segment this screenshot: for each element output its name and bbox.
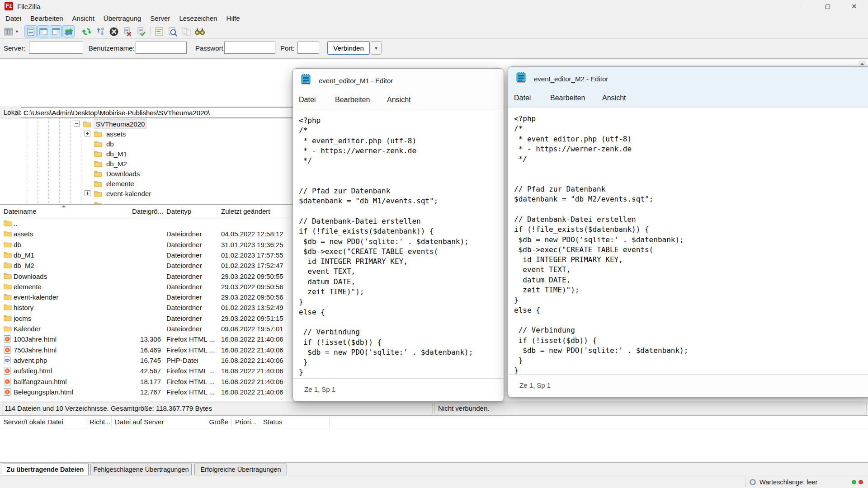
queue-tab-2[interactable]: Erfolgreiche Übertragungen <box>194 464 287 475</box>
toggle-local-tree-icon[interactable] <box>37 25 49 38</box>
directory-search-icon[interactable] <box>166 25 179 38</box>
find-files-icon[interactable] <box>193 25 206 38</box>
queue-header-divider[interactable] <box>86 417 86 427</box>
connect-button[interactable]: Verbinden <box>327 41 370 55</box>
synchronized-browsing-icon[interactable] <box>180 25 192 38</box>
editor-status-bar: Ze 1, Sp 1 <box>293 378 504 401</box>
file-type: Firefox HTML ... <box>166 335 215 343</box>
editor-menu-bearbeiten[interactable]: Bearbeiten <box>335 96 370 104</box>
menu-item-ansicht[interactable]: Ansicht <box>68 13 99 23</box>
toggle-directory-comparison-icon[interactable] <box>62 25 75 38</box>
queue-header-divider[interactable] <box>111 417 112 427</box>
queue-tab-0[interactable]: Zu übertragende Dateien <box>2 464 89 475</box>
queue-header-divider[interactable] <box>259 417 259 427</box>
tree-item-db_M1[interactable]: db_M1 <box>94 149 129 159</box>
editor-menu-bearbeiten[interactable]: Bearbeiten <box>550 94 585 102</box>
folder-icon <box>4 304 12 311</box>
connect-dropdown-icon[interactable]: ▼ <box>371 41 382 55</box>
editor-code-area[interactable]: <?php /* * event_editor.php (utf-8) * - … <box>299 116 504 379</box>
file-name: 750Jahre.html <box>14 346 57 354</box>
minimize-button[interactable] <box>788 0 815 13</box>
html-file-icon <box>4 378 12 385</box>
header-divider[interactable] <box>129 206 129 216</box>
tree-item-label: db <box>104 140 116 148</box>
editor-window-m2[interactable]: event_editor_M2 - Editor Datei Bearbeite… <box>508 66 868 398</box>
tree-expander-plus-icon[interactable] <box>85 190 90 196</box>
file-name: event-kalender <box>14 293 58 301</box>
menu-item-hilfe[interactable]: Hilfe <box>222 13 245 23</box>
filezilla-logo-icon: Fz <box>5 2 13 10</box>
refresh-icon[interactable] <box>80 25 93 38</box>
folder-icon <box>94 180 102 187</box>
toggle-message-log-icon[interactable] <box>24 25 37 38</box>
queue-header-4[interactable]: Priori... <box>235 418 257 426</box>
tree-expander-minus-icon[interactable] <box>74 121 80 127</box>
file-modified: 29.03.2022 09:50:55 <box>221 272 283 280</box>
editor-code-area[interactable]: <?php /* * event_editor.php (utf-8) * - … <box>514 114 868 378</box>
menu-item-server[interactable]: Server <box>146 13 175 23</box>
header-filesize[interactable]: Dateigrö... <box>132 207 163 215</box>
header-divider[interactable] <box>164 206 164 216</box>
disconnect-icon[interactable] <box>121 25 133 38</box>
tree-item-event-kalender[interactable]: event-kalender <box>94 188 153 198</box>
folder-icon <box>83 121 91 127</box>
queue-header-2[interactable]: Datei auf Server <box>115 418 164 426</box>
file-name: history <box>14 304 33 311</box>
port-input[interactable] <box>297 42 319 54</box>
queue-header-divider[interactable] <box>231 417 232 427</box>
tree-item-SVTheuma2020[interactable]: SVTheuma2020 <box>83 119 147 129</box>
queue-header-0[interactable]: Server/Lokale Datei <box>4 418 63 426</box>
editor-menu-datei[interactable]: Datei <box>514 94 531 102</box>
process-queue-icon[interactable] <box>94 25 106 38</box>
header-divider[interactable] <box>217 206 217 216</box>
filename-filter-icon[interactable] <box>153 25 165 38</box>
menu-item-lesezeichen[interactable]: Lesezeichen <box>175 13 222 23</box>
file-modified: 16.08.2022 21:40:06 <box>221 357 283 364</box>
status-bar: 114 Dateien und 10 Verzeichnisse. Gesamt… <box>0 402 868 415</box>
header-filename[interactable]: Dateiname <box>4 207 37 215</box>
file-modified: 16.08.2022 21:40:06 <box>221 346 283 354</box>
remote-status-text: Nicht verbunden. <box>434 403 867 414</box>
file-type: Dateiordner <box>166 230 202 238</box>
tree-item-db_M2[interactable]: db_M2 <box>94 159 129 169</box>
maximize-button[interactable] <box>815 0 841 13</box>
queue-tab-1[interactable]: Fehlgeschlagene Übertragungen <box>90 464 192 475</box>
menu-item-datei[interactable]: Datei <box>1 13 26 23</box>
username-input[interactable] <box>136 42 187 54</box>
tree-item-elemente[interactable]: elemente <box>94 178 136 188</box>
queue-status-icon <box>750 479 756 485</box>
queue-header-3[interactable]: Größe <box>203 418 228 426</box>
cancel-icon[interactable] <box>108 25 120 38</box>
notepad-icon <box>301 74 311 87</box>
header-modified[interactable]: Zuletzt geändert <box>221 207 270 215</box>
file-size: 42.567 <box>108 367 161 375</box>
toggle-remote-tree-icon[interactable] <box>50 25 62 38</box>
transfer-queue-panel: Server/Lokale DateiRicht...Datei auf Ser… <box>0 415 868 463</box>
queue-header-divider[interactable] <box>329 417 330 427</box>
editor-menu-ansicht[interactable]: Ansicht <box>387 96 410 104</box>
menu-item-übertragung[interactable]: Übertragung <box>99 13 146 23</box>
close-button[interactable]: ✕ <box>841 0 867 13</box>
queue-header-5[interactable]: Status <box>263 418 283 426</box>
tree-item-assets[interactable]: assets <box>94 129 127 139</box>
site-manager-dropdown-icon[interactable]: ▼ <box>15 29 19 34</box>
tree-expander-plus-icon[interactable] <box>85 131 90 136</box>
password-input[interactable] <box>224 42 275 54</box>
editor-menu-datei[interactable]: Datei <box>299 96 316 104</box>
editor-window-m1[interactable]: event_editor_M1 - Editor Datei Bearbeite… <box>292 68 504 402</box>
server-input[interactable] <box>29 42 83 54</box>
reconnect-icon[interactable] <box>135 25 147 38</box>
site-manager-icon[interactable] <box>2 25 14 38</box>
header-filetype[interactable]: Dateityp <box>166 207 191 215</box>
queue-header-1[interactable]: Richt... <box>90 418 111 426</box>
folder-icon <box>4 272 12 280</box>
file-size: 16.469 <box>108 346 161 354</box>
file-modified: 16.08.2022 21:40:06 <box>221 378 283 385</box>
tree-item-Downloads[interactable]: Downloads <box>94 169 142 178</box>
title-bar[interactable]: Fz FileZilla ✕ <box>0 0 868 13</box>
tree-item-db[interactable]: db <box>94 139 116 149</box>
html-file-icon <box>4 367 12 374</box>
file-name: 100Jahre.html <box>14 335 57 343</box>
editor-menu-ansicht[interactable]: Ansicht <box>602 94 626 102</box>
menu-item-bearbeiten[interactable]: Bearbeiten <box>26 13 68 23</box>
